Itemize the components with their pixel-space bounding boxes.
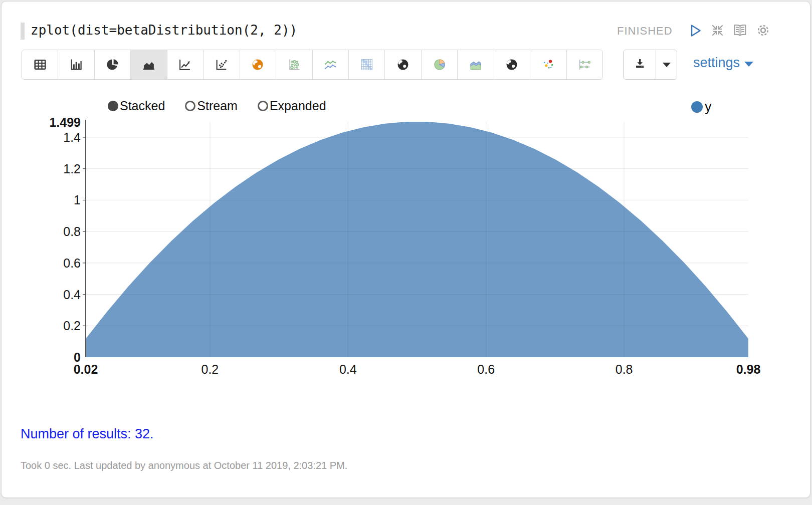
mode-label: Stream [197, 99, 238, 113]
chart-type-bubble-matrix[interactable] [276, 50, 312, 79]
chart-type-line-chart[interactable] [167, 50, 204, 79]
radio-icon [258, 101, 268, 111]
area-mode-options: StackedStreamExpanded [108, 99, 326, 113]
globe-orange-icon [251, 58, 265, 72]
chart-type-globe-orange[interactable] [240, 50, 276, 79]
y-axis-tick-label: 1 [74, 193, 81, 207]
chart-type-pastel-area[interactable] [458, 50, 494, 79]
y-axis-tick-label: 0.8 [63, 224, 81, 238]
x-axis-tick-label: 0.8 [616, 362, 633, 376]
pastel-pie-icon [433, 58, 447, 72]
y-axis-tick-label: 0.4 [63, 288, 81, 302]
legend-item-y[interactable]: y [691, 99, 712, 115]
globe-dark-icon [396, 58, 410, 72]
chart-type-pastel-pie[interactable] [422, 50, 458, 79]
download-button-group [623, 50, 677, 80]
line-chart-icon [178, 58, 192, 72]
x-axis-tick-label: 0.6 [477, 362, 495, 376]
legend-swatch [691, 101, 703, 113]
y-axis-tick-label: 1.4 [63, 130, 81, 144]
x-axis-tick-label: 0.2 [201, 362, 219, 376]
chart-type-toolbar [22, 50, 603, 80]
table-icon [33, 58, 47, 72]
mode-label: Stacked [120, 99, 165, 113]
chart-type-sliders[interactable] [567, 50, 602, 79]
y-axis-tick-label: 0.6 [63, 256, 81, 270]
globe-dark2-icon [505, 58, 519, 72]
mode-radio-expanded[interactable]: Expanded [258, 99, 326, 113]
download-icon [633, 57, 647, 72]
settings-link[interactable]: settings [693, 55, 753, 71]
mode-radio-stream[interactable]: Stream [185, 99, 238, 113]
results-count-text: Number of results: 32. [21, 426, 154, 442]
paragraph-status-row: FINISHED [617, 22, 771, 41]
chart-type-bar-chart[interactable] [58, 50, 94, 79]
chart-type-table[interactable] [22, 50, 58, 79]
chart-type-pie-chart[interactable] [95, 50, 131, 79]
chevron-down-icon [663, 63, 671, 67]
colored-scatter-icon [541, 58, 555, 72]
bar-chart-icon [69, 58, 83, 72]
paragraph-card: zplot(dist=betaDistribution(2, 2)) FINIS… [1, 1, 810, 498]
heatmap-icon [360, 58, 374, 72]
x-axis-max-label: 0.98 [736, 362, 761, 376]
page-background: { "paragraph": { "code": "zplot(dist=bet… [0, 0, 812, 505]
settings-label: settings [693, 55, 740, 71]
chart-type-colored-scatter[interactable] [530, 50, 566, 79]
last-updated-text: Took 0 sec. Last updated by anonymous at… [21, 460, 347, 471]
mode-label: Expanded [270, 99, 326, 113]
chart-type-area-chart[interactable] [131, 50, 167, 79]
chart-type-scatter-plot[interactable] [204, 50, 240, 79]
gear-icon [755, 23, 771, 40]
legend-label: y [705, 99, 712, 115]
x-axis-tick-label: 0.4 [339, 362, 357, 376]
chart-legend: y [691, 99, 712, 115]
show-editor-button[interactable] [732, 23, 748, 40]
chart-type-globe-dark2[interactable] [494, 50, 530, 79]
radio-icon [108, 101, 118, 111]
book-icon [732, 23, 748, 40]
scatter-plot-icon [215, 58, 229, 72]
code-editor[interactable]: zplot(dist=betaDistribution(2, 2)) [31, 23, 297, 38]
area-chart-icon [142, 58, 156, 72]
y-axis-tick-label: 0.2 [63, 319, 81, 333]
compress-icon [710, 23, 725, 39]
pastel-area-icon [469, 58, 483, 72]
mode-radio-stacked[interactable]: Stacked [108, 99, 165, 113]
y-axis-max-label: 1.499 [49, 118, 81, 129]
run-button[interactable] [687, 23, 703, 40]
collapse-button[interactable] [710, 23, 725, 39]
multi-line-chart-icon [323, 58, 337, 72]
pie-chart-icon [106, 58, 120, 72]
chart-type-globe-dark[interactable] [385, 50, 421, 79]
area-series-y [86, 122, 748, 357]
chart-type-heatmap[interactable] [349, 50, 385, 79]
download-button[interactable] [624, 50, 656, 79]
sliders-icon [577, 58, 591, 72]
radio-icon [185, 101, 195, 111]
chart-type-multi-line-chart[interactable] [313, 50, 349, 79]
paragraph-status: FINISHED [617, 25, 673, 38]
bubble-matrix-icon [287, 58, 301, 72]
y-axis-tick-label: 1.2 [63, 162, 81, 176]
code-gutter [21, 23, 25, 40]
paragraph-settings-button[interactable] [755, 23, 771, 40]
download-options-button[interactable] [656, 50, 677, 79]
play-icon [687, 23, 703, 40]
chevron-down-icon [744, 62, 753, 67]
beta-distribution-area-chart[interactable]: 1.4991.41.210.80.60.40.200.020.20.40.60.… [47, 118, 778, 386]
x-axis-min-label: 0.02 [74, 362, 98, 376]
